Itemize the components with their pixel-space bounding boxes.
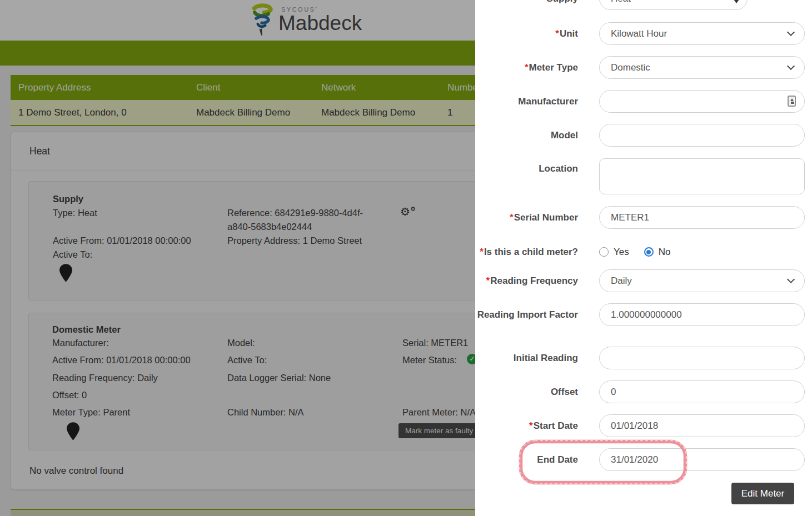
required-asterisk: * — [510, 212, 514, 223]
supply-selected-value: Heat — [611, 0, 631, 4]
required-asterisk: * — [480, 247, 484, 257]
child-meter-no-radio[interactable] — [644, 247, 654, 257]
unit-row: *Unit Kilowatt Hour — [475, 22, 805, 45]
supply-label-text: Supply — [546, 0, 578, 4]
offset-row: Offset — [475, 380, 805, 403]
location-label: Location — [475, 158, 578, 176]
chevron-down-icon — [787, 62, 795, 70]
datalist-stepper-icon[interactable] — [788, 96, 796, 107]
serial-number-label-text: Serial Number — [514, 212, 578, 223]
required-asterisk: * — [525, 62, 529, 73]
reading-frequency-selected-value: Daily — [611, 275, 632, 287]
end-date-row: End Date — [475, 448, 805, 471]
start-date-input[interactable] — [599, 414, 805, 437]
screen: SYCOUS˚ Mabdeck Property Address Client … — [0, 0, 812, 516]
supply-label: Supply — [475, 0, 578, 6]
offset-input[interactable] — [599, 380, 805, 403]
required-asterisk: * — [529, 420, 533, 431]
child-meter-yes-label: Yes — [614, 247, 629, 258]
start-date-row: *Start Date — [475, 414, 805, 437]
reading-frequency-row: *Reading Frequency Daily — [475, 269, 805, 292]
reading-frequency-select[interactable]: Daily — [599, 269, 805, 292]
child-meter-label: *Is this a child meter? — [475, 245, 578, 259]
chevron-down-icon — [787, 275, 795, 283]
reading-import-factor-row: Reading Import Factor — [475, 303, 805, 326]
reading-frequency-label: *Reading Frequency — [475, 274, 578, 288]
manufacturer-label: Manufacturer — [475, 94, 578, 109]
child-meter-row: *Is this a child meter? Yes No — [475, 243, 805, 261]
model-input[interactable] — [599, 124, 805, 147]
child-meter-yes-radio[interactable] — [599, 247, 609, 257]
meter-type-row: *Meter Type Domestic — [475, 56, 805, 79]
edit-meter-button[interactable]: Edit Meter — [731, 483, 794, 504]
supply-row: Supply Heat Add — [475, 0, 805, 10]
end-date-label: End Date — [475, 453, 578, 467]
supply-select[interactable]: Heat — [599, 0, 748, 10]
location-textarea[interactable] — [599, 158, 805, 194]
chevron-down-icon — [787, 28, 795, 36]
serial-number-label: *Serial Number — [475, 211, 578, 225]
child-meter-label-text: Is this a child meter? — [484, 247, 578, 257]
caret-down-icon — [734, 0, 739, 3]
manufacturer-row: Manufacturer — [475, 90, 805, 113]
unit-label: *Unit — [475, 27, 578, 41]
initial-reading-row: Initial Reading — [475, 347, 805, 369]
location-row: Location — [475, 158, 805, 194]
initial-reading-input[interactable] — [599, 347, 805, 369]
meter-type-label-text: Meter Type — [529, 62, 579, 73]
reading-import-factor-label: Reading Import Factor — [475, 308, 578, 322]
meter-type-label: *Meter Type — [475, 61, 578, 75]
manufacturer-input[interactable] — [599, 90, 805, 113]
unit-select[interactable]: Kilowatt Hour — [599, 22, 805, 45]
model-row: Model — [475, 124, 805, 147]
start-date-label: *Start Date — [475, 419, 578, 433]
child-meter-radio-group: Yes No — [599, 247, 670, 258]
child-meter-no-label: No — [659, 247, 671, 258]
meter-type-select[interactable]: Domestic — [599, 56, 805, 79]
serial-number-input[interactable] — [599, 206, 805, 229]
model-label: Model — [475, 128, 578, 143]
required-asterisk: * — [555, 28, 559, 39]
required-asterisk: * — [486, 275, 490, 286]
meter-type-selected-value: Domestic — [611, 62, 650, 73]
supply-control: Heat — [599, 0, 748, 10]
unit-selected-value: Kilowatt Hour — [611, 28, 667, 39]
unit-label-text: Unit — [560, 28, 578, 39]
end-date-input[interactable] — [599, 448, 805, 471]
initial-reading-label: Initial Reading — [475, 351, 578, 365]
serial-number-row: *Serial Number — [475, 206, 805, 229]
reading-frequency-label-text: Reading Frequency — [490, 275, 578, 286]
offset-label: Offset — [475, 385, 578, 399]
reading-import-factor-input[interactable] — [599, 303, 805, 326]
edit-meter-drawer: Supply Heat Add *Unit Kilowatt Hour *Met… — [475, 0, 812, 516]
start-date-label-text: Start Date — [534, 420, 578, 431]
